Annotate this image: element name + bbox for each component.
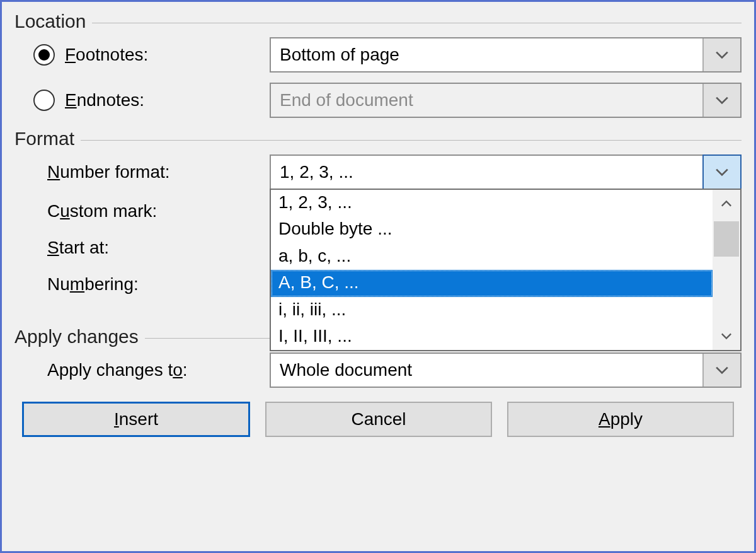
divider <box>92 23 742 23</box>
divider <box>81 140 742 141</box>
apply-changes-to-combo[interactable]: Whole document <box>270 352 742 388</box>
footnote-endnote-dialog: Location Footnotes: Bottom of page Endno… <box>2 2 754 447</box>
numbering-label: Numbering: <box>47 274 139 294</box>
dropdown-scrollbar[interactable] <box>713 190 740 350</box>
section-format-header: Format <box>14 128 742 149</box>
footnotes-location-combo[interactable]: Bottom of page <box>270 37 742 73</box>
endnotes-radio[interactable] <box>33 90 55 111</box>
number-format-label: Number format: <box>47 162 170 182</box>
section-apply-title: Apply changes <box>14 326 139 347</box>
footnotes-radio[interactable] <box>33 44 55 66</box>
apply-button[interactable]: Apply <box>507 402 734 437</box>
scroll-up-icon[interactable] <box>713 190 740 218</box>
number-format-option-list: 1, 2, 3, ... Double byte ... a, b, c, ..… <box>271 190 713 350</box>
chevron-down-icon[interactable] <box>702 38 740 71</box>
start-at-label: Start at: <box>47 238 109 258</box>
number-format-combo[interactable]: 1, 2, 3, ... <box>270 154 742 190</box>
number-format-value: 1, 2, 3, ... <box>271 156 702 189</box>
apply-changes-to-label: Apply changes to: <box>47 360 188 380</box>
dialog-button-row: Insert Cancel Apply <box>14 398 742 437</box>
number-format-dropdown[interactable]: 1, 2, 3, ... Double byte ... a, b, c, ..… <box>270 189 742 351</box>
section-location-title: Location <box>14 11 86 32</box>
cancel-button[interactable]: Cancel <box>265 402 492 437</box>
endnotes-label: Endnotes: <box>65 90 144 110</box>
section-format-title: Format <box>14 128 74 149</box>
apply-changes-to-value: Whole document <box>271 354 702 387</box>
endnotes-location-combo: End of document <box>270 83 742 118</box>
number-format-option[interactable]: A, B, C, ... <box>271 270 713 296</box>
chevron-down-icon[interactable] <box>702 154 742 190</box>
scroll-track[interactable] <box>713 218 740 322</box>
footnotes-location-value: Bottom of page <box>271 38 702 71</box>
section-location-header: Location <box>14 11 742 32</box>
scroll-thumb[interactable] <box>714 221 739 257</box>
custom-mark-label: Custom mark: <box>47 201 157 221</box>
insert-button[interactable]: Insert <box>22 402 250 437</box>
number-format-option[interactable]: Double byte ... <box>271 216 713 243</box>
chevron-down-icon[interactable] <box>702 354 740 387</box>
number-format-option[interactable]: I, II, III, ... <box>271 323 713 350</box>
number-format-option[interactable]: 1, 2, 3, ... <box>271 190 713 216</box>
chevron-down-icon <box>702 84 740 117</box>
number-format-option[interactable]: a, b, c, ... <box>271 243 713 270</box>
endnotes-location-value: End of document <box>271 84 702 117</box>
footnotes-label: Footnotes: <box>65 45 148 65</box>
number-format-option[interactable]: i, ii, iii, ... <box>271 297 713 323</box>
scroll-down-icon[interactable] <box>713 322 740 350</box>
